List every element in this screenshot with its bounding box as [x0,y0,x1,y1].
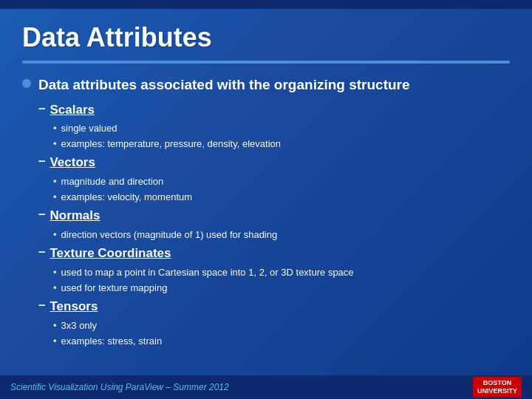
sub-sub-text: examples: temperature, pressure, density… [61,137,281,151]
sub-sub-list-texture: • used to map a point in Cartesian space… [53,265,510,295]
sub-sub-text: examples: stress, strain [61,334,163,349]
dash-icon: – [38,207,45,222]
sub-sub-text: used for texture mapping [61,281,168,296]
footer: Scientific Visualization Using ParaView … [0,375,532,399]
dash-icon: – [38,101,45,116]
logo-line1: BOSTON [483,379,511,386]
sub-item-label-vectors: Vectors [50,154,95,171]
list-item: • direction vectors (magnitude of 1) use… [53,228,510,242]
dash-icon: – [38,245,45,259]
sub-list: – Scalars • single valued • examples: te… [38,101,510,348]
dash-icon: – [38,298,45,313]
sub-sub-bullet-icon: • [53,282,57,293]
sub-sub-text: 3x3 only [61,318,97,333]
list-item: • single valued [53,121,510,136]
sub-item-label-tensors: Tensors [50,298,98,316]
sub-sub-text: used to map a point in Cartesian space i… [61,265,354,280]
main-bullet-text: Data attributes associated with the orga… [38,75,410,95]
list-item: • used to map a point in Cartesian space… [53,265,510,280]
sub-sub-bullet-icon: • [53,335,57,347]
list-item: • used for texture mapping [53,281,510,296]
footer-text: Scientific Visualization Using ParaView … [10,382,229,392]
list-item: • magnitude and direction [53,174,510,189]
sub-sub-bullet-icon: • [53,191,57,202]
sub-sub-list-normals: • direction vectors (magnitude of 1) use… [53,228,510,242]
sub-item-tensors: – Tensors [38,298,510,316]
sub-sub-text: examples: velocity, momentum [61,190,193,205]
main-bullet-item: Data attributes associated with the orga… [22,75,510,95]
sub-sub-bullet-icon: • [53,123,57,134]
slide-title: Data Attributes [22,22,510,53]
boston-university-logo: BOSTON UNIVERSITY [473,377,522,398]
sub-item-normals: – Normals [38,207,510,225]
sub-sub-list-vectors: • magnitude and direction • examples: ve… [53,174,510,204]
content-area: Data attributes associated with the orga… [0,64,532,375]
sub-item-label-scalars: Scalars [50,101,95,119]
sub-sub-bullet-icon: • [53,229,57,240]
list-item: • examples: stress, strain [53,334,510,349]
dash-icon: – [38,154,45,168]
list-item: • examples: velocity, momentum [53,190,510,205]
bullet-dot-icon [22,79,31,88]
sub-sub-bullet-icon: • [53,320,57,331]
sub-item-label-texture-coordinates: Texture Coordinates [50,245,171,262]
sub-sub-bullet-icon: • [53,138,57,149]
logo-line2: UNIVERSITY [477,387,517,395]
sub-sub-text: single valued [61,121,117,136]
sub-sub-text: direction vectors (magnitude of 1) used … [61,228,278,242]
sub-sub-list-tensors: • 3x3 only • examples: stress, strain [53,318,510,348]
sub-item-label-normals: Normals [50,207,100,225]
sub-sub-list-scalars: • single valued • examples: temperature,… [53,121,510,151]
sub-item-texture-coordinates: – Texture Coordinates [38,245,510,262]
sub-sub-bullet-icon: • [53,267,57,278]
sub-item-scalars: – Scalars [38,101,510,119]
title-area: Data Attributes [0,9,532,61]
list-item: • 3x3 only [53,318,510,333]
slide: Data Attributes Data attributes associat… [0,0,532,399]
sub-item-vectors: – Vectors [38,154,510,171]
top-bar [0,0,532,9]
sub-sub-bullet-icon: • [53,176,57,187]
sub-sub-text: magnitude and direction [61,174,164,189]
list-item: • examples: temperature, pressure, densi… [53,137,510,151]
